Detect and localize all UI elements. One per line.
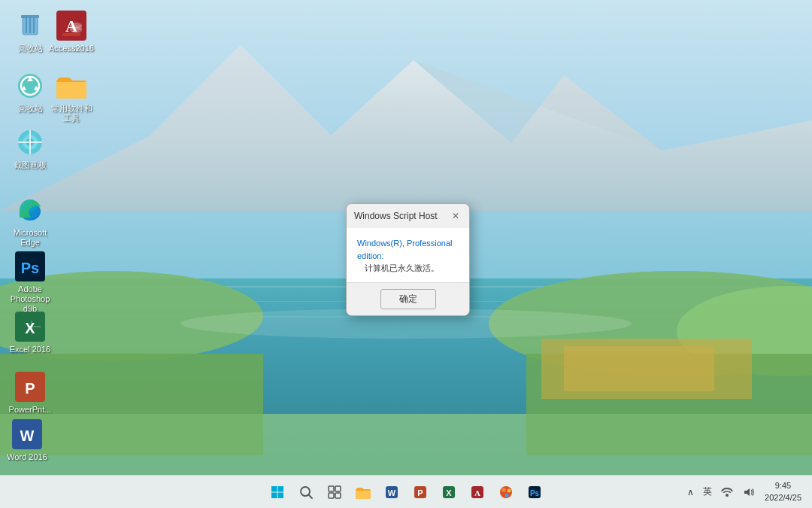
- system-clock[interactable]: 9:45 2022/4/25: [760, 480, 806, 503]
- svg-text:P: P: [417, 488, 423, 497]
- svg-rect-48: [278, 492, 284, 498]
- color-picker-taskbar-button[interactable]: [492, 479, 520, 506]
- recycle-bin-label: 回收站: [18, 44, 43, 53]
- svg-text:X: X: [25, 320, 35, 336]
- excel-icon: X: [15, 312, 45, 342]
- tray-sound[interactable]: [739, 477, 757, 507]
- svg-text:P: P: [25, 380, 35, 397]
- powerpoint-label: PowerPnt...: [9, 405, 52, 415]
- powerpoint-taskbar-icon: P: [414, 485, 427, 499]
- dialog-title: Windows Script Host: [354, 211, 438, 221]
- language-indicator: 英: [703, 485, 712, 498]
- file-explorer-icon: [356, 485, 371, 499]
- svg-rect-45: [271, 486, 277, 492]
- access-taskbar-icon: A: [471, 485, 484, 499]
- search-icon: [299, 485, 313, 499]
- desktop-icon-excel[interactable]: X Excel 2016: [4, 309, 56, 357]
- tray-network[interactable]: [718, 477, 736, 507]
- svg-point-66: [505, 493, 509, 497]
- desktop-icon-photoshop[interactable]: Ps Adobe Photoshop d9b: [4, 248, 56, 318]
- access-taskbar-button[interactable]: A: [464, 479, 491, 506]
- svg-rect-52: [335, 486, 341, 491]
- folder-label: 常用软件和工具: [48, 104, 95, 123]
- recycle-bin-icon: [15, 11, 45, 41]
- edge-label: Microsoft Edge: [7, 228, 53, 248]
- svg-rect-24: [62, 33, 80, 36]
- excel-label: Excel 2016: [10, 345, 50, 354]
- photoshop-taskbar-button[interactable]: Ps: [521, 479, 548, 506]
- tray-chevron[interactable]: ∧: [684, 477, 697, 507]
- recycle2-label: 回收站: [18, 104, 43, 114]
- svg-text:Ps: Ps: [21, 260, 39, 276]
- screenshot-label: 截图画板: [14, 160, 47, 170]
- excel-taskbar-button[interactable]: X: [435, 479, 462, 506]
- svg-point-27: [70, 27, 82, 33]
- svg-text:W: W: [388, 488, 396, 497]
- svg-text:Ps: Ps: [530, 489, 540, 497]
- dialog-message-line2: 计算机已永久激活。: [357, 262, 459, 275]
- start-button[interactable]: [264, 479, 291, 506]
- system-tray: ∧ 英 9:45 2022/4/25: [684, 476, 812, 509]
- search-button[interactable]: [292, 479, 320, 506]
- desktop-icon-edge[interactable]: Microsoft Edge: [4, 192, 56, 251]
- dialog-content-area: Windows(R), Professional edition: 计算机已永久…: [347, 228, 469, 282]
- svg-rect-51: [329, 486, 334, 491]
- desktop-icon-access[interactable]: A Access2016: [45, 8, 98, 56]
- taskbar-center: W P X A: [264, 479, 548, 506]
- dialog-footer: 确定: [347, 282, 469, 315]
- recycle2-icon: [15, 71, 45, 101]
- svg-point-65: [508, 488, 511, 492]
- svg-rect-47: [271, 492, 277, 498]
- powerpoint-icon: P: [15, 372, 45, 402]
- screenshot-icon: [15, 127, 45, 157]
- script-host-dialog: Windows Script Host ✕ Windows(R), Profes…: [346, 203, 470, 316]
- word-label: Word 2016: [7, 452, 47, 462]
- dialog-title-bar: Windows Script Host ✕: [347, 204, 469, 228]
- file-explorer-button[interactable]: [350, 479, 377, 506]
- desktop-icon-folder[interactable]: 常用软件和工具: [45, 68, 98, 126]
- access-label: Access2016: [49, 44, 94, 53]
- taskbar: W P X A: [0, 475, 812, 508]
- edge-icon: [15, 195, 45, 225]
- color-picker-taskbar-icon: [499, 485, 513, 499]
- excel-taskbar-icon: X: [442, 485, 456, 499]
- svg-line-50: [309, 494, 313, 498]
- windows-logo-icon: [271, 485, 284, 499]
- dialog-ok-button[interactable]: 确定: [380, 289, 436, 309]
- svg-text:A: A: [474, 488, 480, 497]
- powerpoint-taskbar-button[interactable]: P: [407, 479, 434, 506]
- folder-icon: [56, 71, 86, 101]
- word-taskbar-icon: W: [385, 485, 398, 499]
- desktop: 回收站 A Access2016: [0, 0, 812, 508]
- word-taskbar-button[interactable]: W: [378, 479, 405, 506]
- svg-rect-53: [329, 493, 334, 498]
- dialog-message-line1: Windows(R), Professional edition:: [357, 237, 459, 262]
- svg-point-64: [501, 488, 506, 492]
- svg-rect-14: [564, 346, 714, 391]
- photoshop-icon: Ps: [15, 251, 45, 281]
- word-icon: W: [12, 419, 42, 449]
- clock-time: 9:45: [775, 480, 791, 491]
- desktop-icon-screenshot[interactable]: 截图画板: [4, 124, 56, 173]
- svg-rect-18: [21, 15, 39, 18]
- clock-date: 2022/4/25: [765, 492, 801, 503]
- task-view-icon: [328, 485, 341, 499]
- network-icon: [721, 486, 733, 498]
- task-view-button[interactable]: [321, 479, 348, 506]
- svg-text:X: X: [446, 488, 452, 497]
- desktop-icon-powerpoint[interactable]: P PowerPnt...: [4, 369, 56, 418]
- svg-text:W: W: [20, 427, 35, 444]
- access-icon: A: [56, 11, 86, 41]
- chevron-icon: ∧: [687, 487, 694, 497]
- photoshop-taskbar-icon: Ps: [528, 485, 541, 499]
- tray-language[interactable]: 英: [700, 477, 715, 507]
- desktop-icon-word[interactable]: W Word 2016: [1, 416, 53, 465]
- sound-icon: [742, 486, 754, 498]
- svg-rect-46: [278, 486, 284, 492]
- dialog-close-button[interactable]: ✕: [450, 210, 462, 222]
- svg-rect-54: [335, 493, 341, 498]
- svg-point-69: [726, 494, 729, 497]
